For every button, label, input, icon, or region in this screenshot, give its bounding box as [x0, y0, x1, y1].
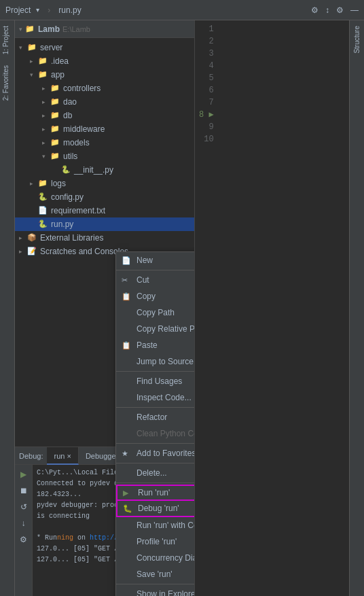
line-num-2: 2 [208, 35, 213, 48]
editor-code-area: 1 2 3 4 5 6 7 8 ▶ 9 10 [195, 20, 349, 596]
context-menu: 📄 New ▸ ✂ Cut Ctrl+X 📋 Copy Ctrl+C [115, 251, 195, 596]
sidebar-item-project[interactable]: 1: Project [0, 20, 14, 60]
tree-item-models[interactable]: ▸ 📁 models [15, 136, 194, 150]
gear-icon[interactable]: ⚙ [311, 5, 318, 15]
separator [116, 407, 195, 408]
tree-item-requirement[interactable]: ▸ 📄 requirement.txt [15, 204, 194, 217]
cm-clean-python: Clean Python Compiled Files [116, 425, 195, 442]
cm-profile[interactable]: Profile 'run' [116, 533, 195, 550]
line-num-10: 10 [204, 133, 213, 145]
tree-label: config.py [51, 192, 84, 202]
cm-cut[interactable]: ✂ Cut Ctrl+X [116, 272, 195, 288]
external-icon: 📦 [27, 233, 38, 243]
tree-item-db[interactable]: ▸ 📁 db [15, 109, 194, 122]
debug-sidebar: ▶ ⏹ ↺ ↓ ⚙ [15, 465, 33, 596]
run-play-icon: ▶ [123, 489, 134, 497]
tree-item-logs[interactable]: ▸ 📁 logs [15, 177, 194, 190]
scroll-icon[interactable]: ↓ [17, 516, 31, 530]
folder-icon: 📁 [38, 70, 49, 80]
tree-arrow: ▾ [19, 44, 27, 51]
cm-copy-path[interactable]: Copy Path Ctrl+Shift+C [116, 304, 195, 321]
restart-icon[interactable]: ↺ [17, 500, 31, 514]
py-icon: 🐍 [61, 165, 72, 175]
cm-save-run[interactable]: Save 'run' [116, 566, 195, 582]
cm-delete[interactable]: Delete... Delete [116, 465, 195, 481]
sidebar-item-favorites[interactable]: 2: Favorites [0, 60, 14, 106]
line-numbers: 1 2 3 4 5 6 7 8 ▶ 9 10 [195, 20, 218, 596]
cm-show-explorer[interactable]: Show in Explorer [116, 586, 195, 596]
minimize-icon[interactable]: — [350, 5, 359, 15]
tree-arrow: ▸ [19, 248, 27, 255]
tree-label: db [63, 111, 72, 120]
cm-inspect-code[interactable]: Inspect Code... [116, 389, 195, 406]
run-icon[interactable]: ▶ [17, 468, 31, 481]
tree-arrow: ▸ [30, 180, 38, 187]
tree-label: server [40, 43, 62, 52]
cm-run[interactable]: ▶ Run 'run' Ctrl+F9 [116, 485, 195, 501]
cm-concurrency[interactable]: Concurrency Diagram for 'run' [116, 550, 195, 566]
tree-arrow: ▸ [42, 85, 50, 92]
vertical-tabs-left: 1: Project 2: Favorites [0, 20, 15, 596]
settings2-icon[interactable]: ⚙ [17, 533, 31, 546]
copy-icon: 📋 [122, 292, 132, 301]
folder-icon: 📁 [50, 124, 61, 134]
cm-copy[interactable]: 📋 Copy Ctrl+C [116, 288, 195, 304]
tree-arrow: ▾ [30, 71, 38, 78]
cm-jump-source[interactable]: Jump to Source F4 [116, 353, 195, 370]
project-header: ▾ 📁 Lamb E:\Lamb [15, 20, 194, 38]
cm-run-coverage[interactable]: Run 'run' with Coverage [116, 517, 195, 533]
tree-item-utils[interactable]: ▾ 📁 utils [15, 150, 194, 163]
cm-add-favorites[interactable]: ★ Add to Favorites ▸ [116, 445, 195, 461]
tree-item-init[interactable]: ▸ 🐍 __init__.py [15, 163, 194, 177]
cm-paste[interactable]: 📋 Paste Ctrl+V [116, 337, 195, 353]
tree-item-runpy[interactable]: ▸ 🐍 run.py [15, 217, 194, 231]
tree-label: utils [63, 152, 77, 161]
line-num-4: 4 [208, 60, 213, 72]
folder-icon: 📁 [38, 179, 49, 188]
cm-refactor[interactable]: Refactor ▸ [116, 409, 195, 425]
line-num-6: 6 [208, 84, 213, 97]
tree-label: External Libraries [40, 233, 103, 243]
tree-label: models [63, 138, 90, 147]
tab-run[interactable]: run × [47, 447, 78, 465]
cm-debug[interactable]: 🐛 Debug 'run' [116, 501, 195, 517]
separator [116, 270, 195, 270]
project-dropdown-icon[interactable]: ▾ [36, 6, 39, 14]
cm-new[interactable]: 📄 New ▸ [116, 252, 195, 268]
sidebar-item-structure[interactable]: Structure [351, 20, 363, 59]
separator [116, 371, 195, 372]
project-label: Project [5, 5, 31, 15]
stop-icon[interactable]: ⏹ [17, 484, 31, 497]
separator [116, 584, 195, 584]
layout-icon[interactable]: ↕ [325, 5, 329, 15]
debug-play-icon: 🐛 [123, 504, 134, 513]
cm-copy-relative[interactable]: Copy Relative Path Ctrl+Alt+Shift+C [116, 321, 195, 337]
tree-arrow: ▸ [42, 139, 50, 146]
tree-item-idea[interactable]: ▸ 📁 .idea [15, 54, 194, 68]
separator [116, 463, 195, 463]
tree-item-external[interactable]: ▸ 📦 External Libraries [15, 231, 194, 245]
line-num-1: 1 [208, 23, 213, 35]
folder-icon: 📁 [50, 97, 61, 107]
txt-icon: 📄 [38, 206, 49, 215]
settings-icon[interactable]: ⚙ [336, 5, 344, 15]
folder-icon: 📁 [50, 152, 61, 161]
folder-icon: 📁 [50, 111, 61, 120]
debug-label: Debug: [15, 452, 47, 460]
tree-item-dao[interactable]: ▸ 📁 dao [15, 95, 194, 109]
tree-item-config[interactable]: ▸ 🐍 config.py [15, 190, 194, 204]
tree-item-controllers[interactable]: ▸ 📁 controllers [15, 82, 194, 95]
favorites-icon: ★ [122, 449, 132, 458]
tree-label: run.py [51, 220, 73, 229]
breadcrumb-separator: › [48, 5, 50, 15]
folder-icon: 📁 [50, 138, 61, 147]
project-root-name: Lamb [38, 24, 60, 34]
cm-find-usages[interactable]: Find Usages Alt+Shift+F7 [116, 373, 195, 389]
breadcrumb-file: run.py [58, 5, 81, 15]
tree-item-middleware[interactable]: ▸ 📁 middleware [15, 122, 194, 136]
folder-icon: 📁 [50, 84, 61, 93]
tree-item-server[interactable]: ▾ 📁 server [15, 41, 194, 54]
separator [116, 483, 195, 483]
tree-label: controllers [63, 84, 101, 93]
tree-item-app[interactable]: ▾ 📁 app [15, 68, 194, 82]
